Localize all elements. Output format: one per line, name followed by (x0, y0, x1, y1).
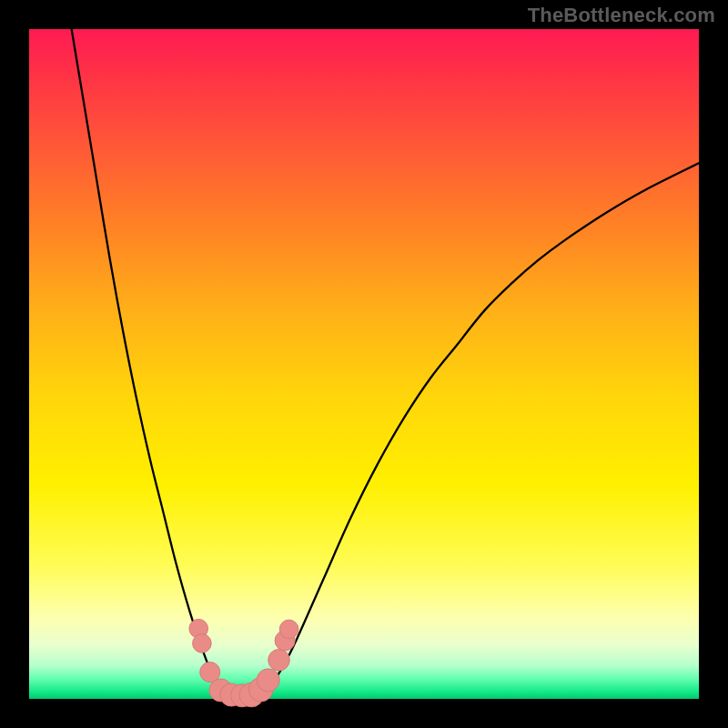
watermark-text: TheBottleneck.com (528, 4, 715, 27)
chart-frame: TheBottleneck.com (0, 0, 728, 728)
chart-plot-area (29, 29, 699, 699)
